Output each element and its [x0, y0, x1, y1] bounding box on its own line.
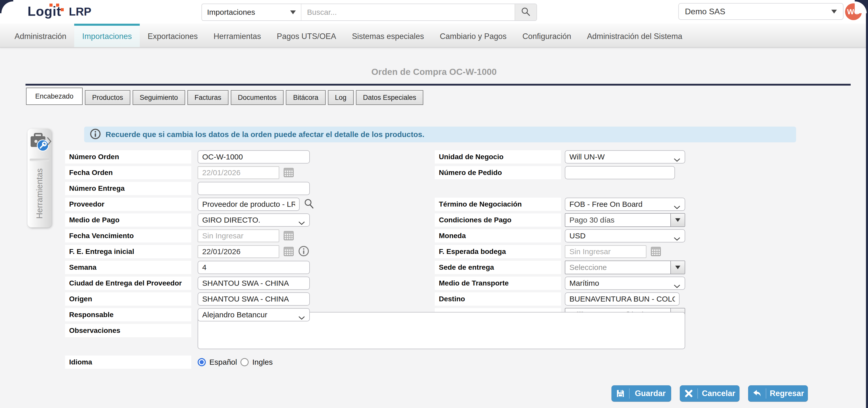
label-fecha-orden: Fecha Orden	[65, 166, 191, 179]
dropdown-button[interactable]	[671, 261, 685, 274]
logo-wordmark: Logit	[28, 5, 61, 18]
main-nav: Administración Importaciones Exportacion…	[0, 24, 868, 47]
label-f-esperada-bodega: F. Esperada bodega	[435, 245, 561, 258]
nav-item-administracion-del-sistema[interactable]: Administración del Sistema	[579, 24, 690, 47]
field-medio-pago: GIRO DIRECTO.	[191, 213, 310, 227]
cancel-x-icon	[680, 388, 698, 399]
tab-seguimiento[interactable]: Seguimiento	[133, 90, 185, 105]
field-ciudad-entrega	[191, 277, 310, 290]
fecha-orden-input	[197, 166, 279, 179]
label-numero-pedido: Número de Pedido	[435, 166, 561, 179]
lookup-magnifier-icon[interactable]	[303, 198, 315, 211]
tab-log[interactable]: Log	[328, 90, 354, 105]
tools-panel[interactable]: Herramientas	[28, 129, 52, 228]
notice-banner: Recuerde que si cambia los datos de la o…	[84, 127, 796, 142]
logo-orange-square	[50, 4, 53, 7]
cancel-button[interactable]: Cancelar	[680, 385, 740, 402]
field-origen	[191, 293, 310, 306]
search-module-select[interactable]: Importaciones	[202, 4, 301, 21]
unidad-negocio-value: Will UN-W	[569, 152, 604, 161]
chevron-down-icon	[675, 218, 680, 222]
logo-suffix: LRP	[69, 6, 91, 18]
nav-item-importaciones[interactable]: Importaciones	[74, 24, 140, 47]
nav-item-exportaciones[interactable]: Exportaciones	[140, 24, 206, 47]
sede-entrega-select[interactable]: Seleccione	[565, 261, 685, 274]
top-bar: Logit LRP Importaciones Demo SAS	[0, 0, 868, 24]
unidad-negocio-select[interactable]: Will UN-W	[565, 150, 685, 164]
search-module-value: Importaciones	[207, 8, 255, 16]
tab-productos[interactable]: Productos	[85, 90, 130, 105]
origen-input[interactable]	[197, 293, 310, 306]
save-button[interactable]: Guardar	[612, 385, 671, 402]
order-tabstrip: Encabezado Productos Seguimiento Factura…	[26, 88, 426, 105]
nav-item-herramientas[interactable]: Herramientas	[206, 24, 269, 47]
field-numero-entrega	[191, 182, 310, 195]
label-proveedor: Proveedor	[65, 198, 191, 211]
chevron-down-icon	[298, 313, 305, 322]
condiciones-pago-select[interactable]: Pago 30 días	[565, 213, 685, 227]
expand-chevron-icon[interactable]	[46, 136, 52, 147]
calendar-icon[interactable]	[650, 245, 662, 258]
app-window: Logit LRP Importaciones Demo SAS	[0, 0, 868, 408]
tab-facturas[interactable]: Facturas	[187, 90, 228, 105]
label-numero-orden: Número Orden	[65, 150, 191, 164]
moneda-value: USD	[569, 232, 586, 240]
nav-item-administracion[interactable]: Administración	[7, 24, 74, 47]
company-select-value: Demo SAS	[685, 7, 725, 16]
medio-pago-select[interactable]: GIRO DIRECTO.	[197, 213, 310, 227]
tab-encabezado[interactable]: Encabezado	[26, 88, 83, 105]
termino-negociacion-select[interactable]: FOB - Free On Board	[565, 198, 685, 211]
label-observaciones: Observaciones	[65, 324, 191, 337]
tab-datos-especiales[interactable]: Datos Especiales	[356, 90, 424, 105]
nav-item-configuracion[interactable]: Configuración	[515, 24, 579, 47]
nav-item-cambiario-y-pagos[interactable]: Cambiario y Pagos	[432, 24, 515, 47]
toolbox-icon	[28, 129, 52, 157]
cancel-button-label: Cancelar	[698, 389, 739, 398]
medio-transporte-value: Marítimo	[569, 279, 599, 287]
medio-transporte-select[interactable]: Marítimo	[565, 277, 685, 290]
calendar-icon[interactable]	[283, 166, 294, 179]
responsable-select[interactable]: Alejandro Betancur	[197, 308, 310, 321]
calendar-icon[interactable]	[283, 245, 294, 258]
window-edge	[866, 0, 868, 408]
idioma-radio-espanol[interactable]	[197, 358, 206, 366]
numero-orden-input[interactable]	[197, 150, 310, 164]
save-button-label: Guardar	[629, 389, 671, 398]
label-fecha-vencimiento: Fecha Vencimiento	[65, 229, 191, 242]
search-input[interactable]	[301, 4, 515, 21]
search-button[interactable]	[515, 4, 536, 21]
info-icon[interactable]	[298, 245, 309, 258]
field-medio-transporte: Marítimo	[561, 277, 685, 290]
chevron-down-icon	[674, 282, 681, 290]
tab-bitacora[interactable]: Bitácora	[286, 90, 326, 105]
label-responsable: Responsable	[65, 308, 191, 321]
back-button[interactable]: Regresar	[748, 385, 808, 402]
title-rule	[26, 84, 851, 86]
company-select[interactable]: Demo SAS	[678, 3, 843, 20]
field-unidad-negocio: Will UN-W	[561, 150, 685, 164]
label-ciudad-entrega: Ciudad de Entrega del Proveedor	[65, 277, 191, 290]
fe-entrega-inicial-input[interactable]	[197, 245, 279, 258]
moneda-select[interactable]: USD	[565, 229, 685, 242]
destino-input[interactable]	[565, 293, 680, 306]
proveedor-input[interactable]	[197, 198, 300, 211]
nav-item-pagos-uts-oea[interactable]: Pagos UTS/OEA	[269, 24, 344, 47]
label-moneda: Moneda	[435, 229, 561, 242]
numero-entrega-input[interactable]	[197, 182, 310, 195]
label-destino: Destino	[435, 293, 561, 306]
chevron-down-icon	[831, 10, 837, 13]
numero-pedido-input[interactable]	[565, 166, 675, 179]
nav-item-sistemas-especiales[interactable]: Sistemas especiales	[344, 24, 432, 47]
ciudad-entrega-input[interactable]	[197, 277, 310, 290]
label-idioma: Idioma	[65, 355, 191, 369]
responsable-value: Alejandro Betancur	[202, 310, 267, 319]
chevron-down-icon	[674, 234, 681, 243]
tab-documentos[interactable]: Documentos	[231, 90, 284, 105]
chevron-down-icon	[674, 203, 681, 211]
semana-input[interactable]	[197, 261, 310, 274]
field-fe-entrega-inicial	[191, 245, 310, 258]
calendar-icon[interactable]	[283, 230, 294, 242]
save-floppy-icon	[612, 388, 629, 399]
dropdown-button[interactable]	[671, 214, 685, 227]
idioma-radio-ingles[interactable]	[241, 358, 249, 366]
